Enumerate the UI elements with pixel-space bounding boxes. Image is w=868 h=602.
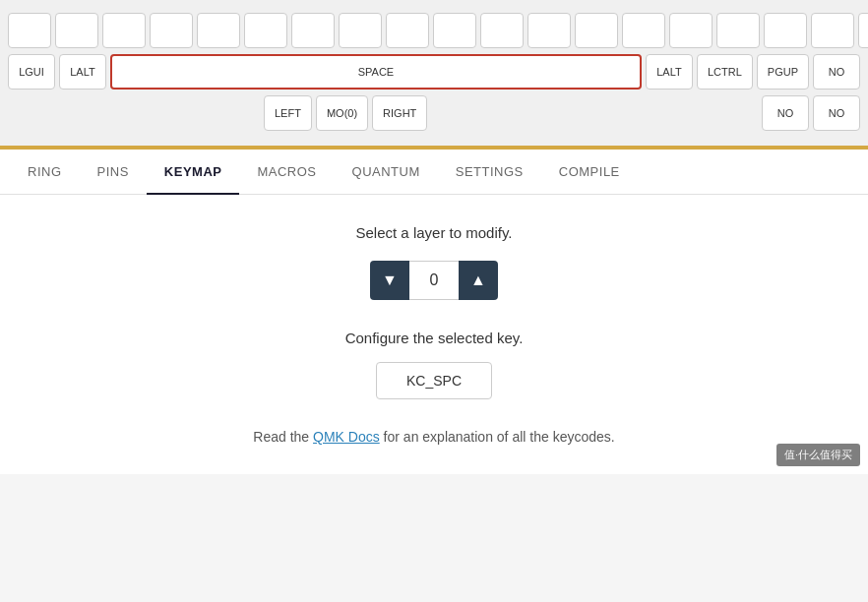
key-blank-7[interactable] (291, 13, 335, 48)
bottom-key-row: LEFT MO(0) RIGHT (256, 92, 435, 134)
key-blank-14[interactable] (622, 13, 665, 48)
key-no-right1[interactable]: NO (813, 54, 860, 90)
key-lalt-left[interactable]: LALT (59, 54, 106, 90)
key-blank-4[interactable] (150, 13, 193, 48)
key-blank-5[interactable] (197, 13, 240, 48)
tab-keymap[interactable]: KEYMAP (147, 150, 240, 195)
key-mo0[interactable]: MO(0) (316, 95, 368, 131)
nav-tabs: RING PINS KEYMAP MACROS QUANTUM SETTINGS… (0, 148, 868, 195)
tab-compile[interactable]: COMPILE (541, 150, 638, 195)
watermark: 值·什么值得买 (776, 444, 860, 466)
tab-quantum[interactable]: QUANTUM (335, 150, 438, 195)
key-no-2[interactable]: NO (813, 95, 860, 131)
key-blank-1[interactable] (8, 13, 51, 48)
docs-text: Read the QMK Docs for an explanation of … (253, 429, 614, 445)
main-key-row: LGUI LALT SPACE LALT LCTRL PGUP NO (0, 51, 868, 92)
key-blank-15[interactable] (669, 13, 713, 48)
config-title: Configure the selected key. (345, 330, 524, 346)
key-blank-16[interactable] (716, 13, 760, 48)
layer-down-button[interactable]: ▼ (370, 261, 409, 300)
tab-macros[interactable]: MACROS (239, 150, 334, 195)
key-blank-6[interactable] (244, 13, 287, 48)
tab-settings[interactable]: SETTINGS (438, 150, 541, 195)
key-blank-11[interactable] (480, 13, 524, 48)
key-lalt-right[interactable]: LALT (646, 54, 693, 90)
key-no-1[interactable]: NO (762, 95, 809, 131)
key-pgup[interactable]: PGUP (757, 54, 809, 90)
tab-ring[interactable]: RING (10, 150, 80, 195)
tab-pins[interactable]: PINS (80, 150, 147, 195)
docs-text-after: for an explanation of all the keycodes. (380, 429, 615, 445)
key-blank-19[interactable] (858, 13, 868, 48)
key-blank-12[interactable] (527, 13, 571, 48)
layer-value-display: 0 (409, 261, 459, 300)
right-keys: NO NO (754, 92, 868, 134)
key-blank-9[interactable] (386, 13, 429, 48)
key-blank-10[interactable] (433, 13, 476, 48)
key-right[interactable]: RIGHT (372, 95, 427, 131)
key-blank-2[interactable] (55, 13, 98, 48)
key-lctrl[interactable]: LCTRL (697, 54, 753, 90)
layer-section-title: Select a layer to modify. (356, 224, 513, 241)
key-space[interactable]: SPACE (110, 54, 642, 90)
layer-up-button[interactable]: ▲ (459, 261, 498, 300)
keycode-display: KC_SPC (376, 362, 492, 399)
keyboard-area: LGUI LALT SPACE LALT LCTRL PGUP NO LEFT … (0, 0, 868, 148)
key-blank-3[interactable] (102, 13, 146, 48)
key-blank-18[interactable] (811, 13, 854, 48)
key-lgui[interactable]: LGUI (8, 54, 55, 90)
docs-text-before: Read the (253, 429, 313, 445)
key-blank-17[interactable] (764, 13, 807, 48)
docs-link[interactable]: QMK Docs (313, 429, 380, 445)
key-blank-13[interactable] (575, 13, 618, 48)
bottom-section: LEFT MO(0) RIGHT NO NO (0, 92, 868, 134)
key-blank-8[interactable] (339, 13, 382, 48)
top-key-row (0, 10, 868, 51)
layer-selector: ▼ 0 ▲ (370, 261, 498, 300)
content-area: Select a layer to modify. ▼ 0 ▲ Configur… (0, 195, 868, 474)
key-left[interactable]: LEFT (264, 95, 312, 131)
